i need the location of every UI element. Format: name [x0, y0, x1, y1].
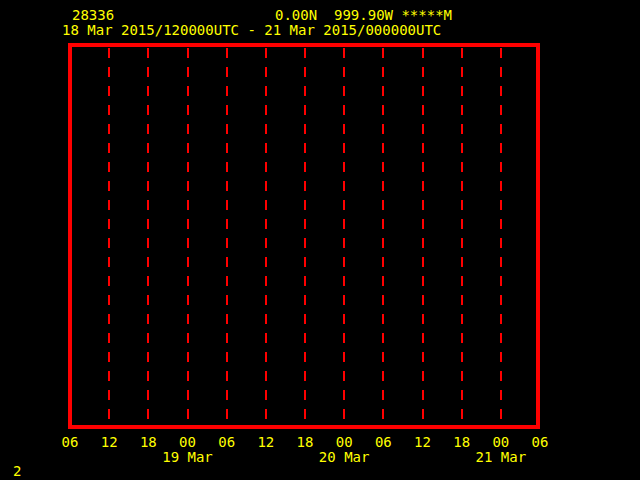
vertical-gridline	[500, 48, 502, 423]
vertical-gridline	[461, 48, 463, 423]
x-tick-label: 06	[62, 435, 79, 449]
x-tick-label: 06	[375, 435, 392, 449]
x-date-label: 20 Mar	[319, 450, 370, 464]
vertical-gridline	[265, 48, 267, 423]
x-date-label: 19 Mar	[162, 450, 213, 464]
x-tick-label: 18	[140, 435, 157, 449]
x-tick-label: 18	[453, 435, 470, 449]
x-tick-label: 00	[492, 435, 509, 449]
station-id: 28336	[72, 8, 114, 22]
vertical-gridline	[304, 48, 306, 423]
vertical-gridline	[382, 48, 384, 423]
x-tick-label: 18	[297, 435, 314, 449]
x-tick-label: 12	[101, 435, 118, 449]
page-number: 2	[13, 464, 21, 478]
x-tick-label: 06	[532, 435, 549, 449]
x-tick-label: 12	[257, 435, 274, 449]
time-range: 18 Mar 2015/120000UTC - 21 Mar 2015/0000…	[62, 23, 441, 37]
x-date-label: 21 Mar	[476, 450, 527, 464]
meteogram-screen: 28336 0.00N 999.90W *****M 18 Mar 2015/1…	[0, 0, 640, 480]
vertical-gridline	[422, 48, 424, 423]
vertical-gridline	[343, 48, 345, 423]
vertical-gridline	[226, 48, 228, 423]
vertical-gridline	[108, 48, 110, 423]
x-tick-label: 06	[218, 435, 235, 449]
vertical-gridline	[147, 48, 149, 423]
x-tick-label: 12	[414, 435, 431, 449]
vertical-gridline	[187, 48, 189, 423]
x-tick-label: 00	[336, 435, 353, 449]
x-tick-label: 00	[179, 435, 196, 449]
station-location: 0.00N 999.90W *****M	[275, 8, 452, 22]
